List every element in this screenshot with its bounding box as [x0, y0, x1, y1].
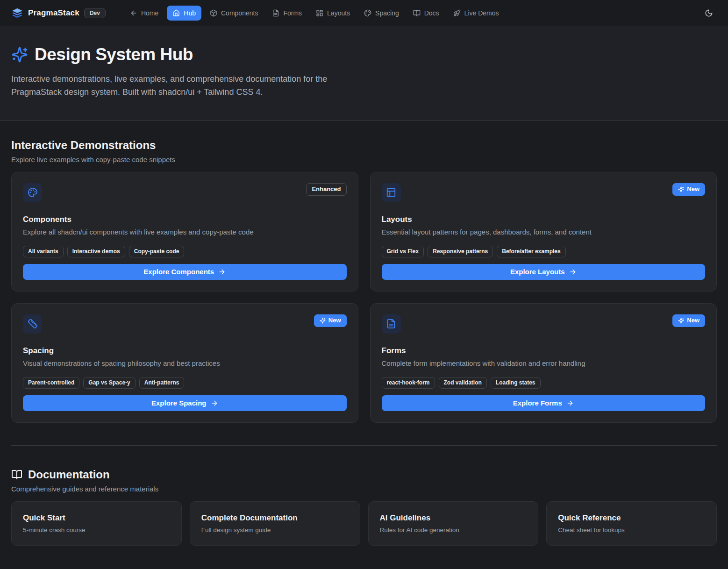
- tag-row: All variants Interactive demos Copy-past…: [23, 246, 347, 257]
- nav-label: Docs: [424, 9, 439, 17]
- docs-heading-label: Documentation: [28, 468, 110, 481]
- card-description: 5-minute crash course: [23, 526, 170, 533]
- doc-card-quick-start[interactable]: Quick Start 5-minute crash course: [11, 501, 182, 546]
- tag: All variants: [23, 246, 64, 257]
- explore-spacing-button[interactable]: Explore Spacing: [23, 395, 347, 411]
- demo-card-spacing[interactable]: New Spacing Visual demonstrations of spa…: [11, 303, 358, 423]
- docs-heading: Documentation: [11, 468, 717, 481]
- box-icon: [210, 9, 217, 17]
- explore-forms-button[interactable]: Explore Forms: [382, 395, 706, 411]
- tag: Copy-paste code: [129, 246, 185, 257]
- nav-item-forms[interactable]: Forms: [266, 6, 307, 21]
- status-badge: Enhanced: [306, 183, 346, 196]
- main-nav: Home Hub Components Forms Layouts: [124, 6, 505, 21]
- panels-top-left-icon: [382, 183, 401, 202]
- button-label: Explore Forms: [513, 399, 562, 407]
- demos-section-head: Interactive Demonstrations Explore live …: [11, 121, 717, 164]
- nav-item-live-demos[interactable]: Live Demos: [448, 6, 505, 21]
- file-text-icon: [382, 314, 401, 334]
- demo-card-components[interactable]: Enhanced Components Explore all shadcn/u…: [11, 172, 358, 292]
- nav-item-home[interactable]: Home: [124, 6, 164, 21]
- card-title: Forms: [382, 346, 706, 356]
- docs-subheading: Comprehensive guides and reference mater…: [11, 485, 717, 493]
- card-title: Components: [23, 215, 347, 224]
- palette-icon: [364, 9, 371, 17]
- brand-name: PragmaStack: [28, 8, 79, 18]
- card-description: Rules for AI code generation: [380, 526, 527, 533]
- demo-card-grid: Enhanced Components Explore all shadcn/u…: [11, 172, 717, 423]
- tag-row: Grid vs Flex Responsive patterns Before/…: [382, 246, 706, 257]
- new-badge: New: [672, 314, 705, 327]
- home-icon: [172, 9, 180, 17]
- doc-card-complete-documentation[interactable]: Complete Documentation Full design syste…: [190, 501, 360, 546]
- card-description: Essential layout patterns for pages, das…: [382, 228, 706, 236]
- new-badge: New: [314, 314, 347, 327]
- demos-heading: Interactive Demonstrations: [11, 139, 717, 152]
- nav-label: Home: [141, 9, 158, 17]
- card-description: Full design system guide: [201, 526, 349, 533]
- button-label: Explore Components: [143, 268, 214, 276]
- card-title: Spacing: [23, 346, 347, 356]
- doc-card-ai-guidelines[interactable]: AI Guidelines Rules for AI code generati…: [368, 501, 539, 546]
- moon-icon: [705, 9, 713, 17]
- rocket-icon: [453, 9, 461, 17]
- button-label: Explore Spacing: [151, 399, 207, 407]
- theme-toggle-button[interactable]: [701, 5, 717, 21]
- tag: Interactive demos: [67, 246, 125, 257]
- demo-card-forms[interactable]: New Forms Complete form implementations …: [370, 303, 717, 423]
- page-subtitle: Interactive demonstrations, live example…: [11, 73, 357, 99]
- tag: Before/after examples: [497, 246, 565, 257]
- badge-label: New: [687, 185, 699, 193]
- book-open-icon: [413, 9, 421, 17]
- nav-item-hub[interactable]: Hub: [167, 6, 201, 21]
- card-title: Quick Start: [23, 513, 170, 523]
- tag: react-hook-form: [382, 377, 435, 389]
- tag: Anti-patterns: [139, 377, 185, 389]
- navbar: PragmaStack Dev Home Hub Components Fo: [0, 0, 728, 26]
- tag: Gap vs Space-y: [83, 377, 135, 389]
- ruler-icon: [23, 314, 42, 334]
- card-title: Complete Documentation: [201, 513, 349, 523]
- button-label: Explore Layouts: [510, 268, 565, 276]
- book-open-icon: [11, 469, 22, 480]
- nav-item-components[interactable]: Components: [204, 6, 264, 21]
- hero: Design System Hub Interactive demonstrat…: [0, 26, 728, 121]
- tag: Responsive patterns: [428, 246, 493, 257]
- page-title: Design System Hub: [35, 45, 193, 64]
- arrow-right-icon: [566, 399, 574, 407]
- card-description: Cheat sheet for lookups: [558, 526, 705, 533]
- badge-label: New: [687, 317, 699, 325]
- nav-label: Components: [221, 9, 258, 17]
- nav-item-layouts[interactable]: Layouts: [310, 6, 356, 21]
- nav-label: Live Demos: [464, 9, 499, 17]
- env-badge: Dev: [84, 8, 106, 18]
- tag-row: react-hook-form Zod validation Loading s…: [382, 377, 706, 389]
- card-title: AI Guidelines: [380, 513, 527, 523]
- explore-layouts-button[interactable]: Explore Layouts: [382, 264, 706, 280]
- nav-label: Spacing: [375, 9, 399, 17]
- explore-components-button[interactable]: Explore Components: [23, 264, 347, 280]
- tag: Parent-controlled: [23, 377, 79, 389]
- brand: PragmaStack Dev: [11, 7, 106, 19]
- tag-row: Parent-controlled Gap vs Space-y Anti-pa…: [23, 377, 347, 389]
- card-description: Visual demonstrations of spacing philoso…: [23, 359, 347, 367]
- sparkles-icon: [320, 318, 326, 324]
- sparkles-icon: [678, 186, 684, 192]
- sparkles-icon: [678, 318, 684, 324]
- tag: Loading states: [491, 377, 541, 389]
- new-badge: New: [672, 183, 705, 196]
- palette-icon: [23, 183, 42, 202]
- card-description: Complete form implementations with valid…: [382, 359, 706, 367]
- nav-item-docs[interactable]: Docs: [407, 6, 445, 21]
- nav-label: Layouts: [327, 9, 350, 17]
- nav-item-spacing[interactable]: Spacing: [358, 6, 405, 21]
- doc-card-quick-reference[interactable]: Quick Reference Cheat sheet for lookups: [546, 501, 717, 546]
- tag: Grid vs Flex: [382, 246, 424, 257]
- layers-logo-icon: [11, 7, 23, 19]
- sparkles-icon: [11, 46, 28, 63]
- card-description: Explore all shadcn/ui components with li…: [23, 228, 347, 236]
- arrow-right-icon: [569, 268, 577, 276]
- arrow-right-icon: [218, 268, 226, 276]
- card-title: Quick Reference: [558, 513, 705, 523]
- demo-card-layouts[interactable]: New Layouts Essential layout patterns fo…: [370, 172, 717, 292]
